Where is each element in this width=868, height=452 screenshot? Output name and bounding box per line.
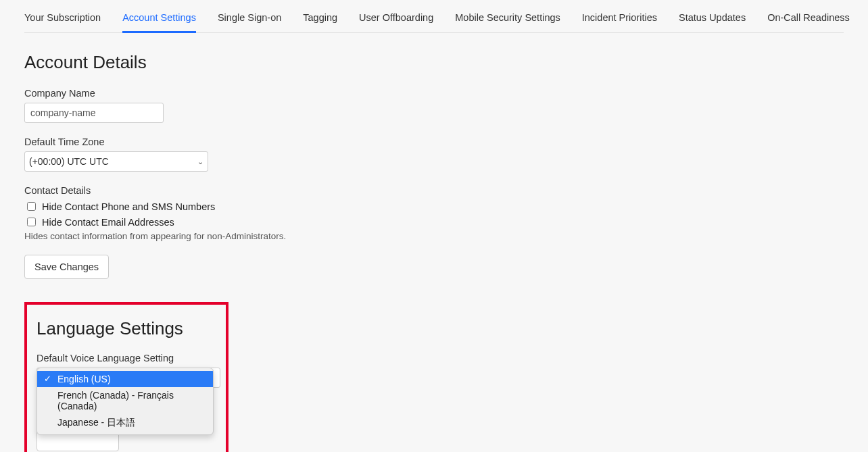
tab-status-updates[interactable]: Status Updates	[679, 7, 746, 32]
save-changes-button[interactable]: Save Changes	[24, 255, 109, 279]
company-name-label: Company Name	[24, 88, 844, 99]
tab-on-call-readiness[interactable]: On-Call Readiness	[767, 7, 850, 32]
save-row: Save Changes	[24, 255, 844, 279]
tab-tagging[interactable]: Tagging	[303, 7, 337, 32]
tab-account-settings[interactable]: Account Settings	[122, 7, 196, 33]
timezone-select[interactable]: (+00:00) UTC UTC ⌄	[24, 151, 208, 172]
timezone-label: Default Time Zone	[24, 136, 844, 147]
account-details-title: Account Details	[24, 52, 844, 73]
tab-user-offboarding[interactable]: User Offboarding	[359, 7, 433, 32]
contact-details-field: Contact Details Hide Contact Phone and S…	[24, 185, 844, 241]
chevron-down-icon: ⌄	[197, 157, 203, 166]
hide-phone-row: Hide Contact Phone and SMS Numbers	[24, 200, 844, 213]
language-option-2[interactable]: Japanese - 日本語	[37, 414, 213, 432]
language-settings-title: Language Settings	[37, 318, 216, 339]
tab-single-sign-on[interactable]: Single Sign-on	[218, 7, 281, 32]
language-settings-highlight: Language Settings Default Voice Language…	[24, 302, 228, 452]
timezone-field: Default Time Zone (+00:00) UTC UTC ⌄	[24, 136, 844, 172]
hide-phone-label: Hide Contact Phone and SMS Numbers	[42, 201, 215, 212]
tab-mobile-security-settings[interactable]: Mobile Security Settings	[455, 7, 560, 32]
hide-email-row: Hide Contact Email Addresses	[24, 216, 844, 228]
hide-phone-checkbox[interactable]	[27, 202, 36, 211]
page-container: Your SubscriptionAccount SettingsSingle …	[0, 0, 868, 452]
contact-help-text: Hides contact information from appearing…	[24, 231, 844, 241]
timezone-value: (+00:00) UTC UTC	[29, 156, 109, 167]
hide-email-label: Hide Contact Email Addresses	[42, 217, 174, 228]
language-option-0[interactable]: English (US)	[37, 371, 213, 387]
voice-language-dropdown: English (US)French (Canada) - Français (…	[37, 368, 214, 435]
contact-details-label: Contact Details	[24, 185, 844, 196]
language-option-1[interactable]: French (Canada) - Français (Canada)	[37, 387, 213, 414]
settings-tabs: Your SubscriptionAccount SettingsSingle …	[24, 0, 844, 33]
tab-incident-priorities[interactable]: Incident Priorities	[582, 7, 657, 32]
hide-email-checkbox[interactable]	[27, 218, 36, 226]
company-name-field: Company Name	[24, 88, 844, 123]
company-name-input[interactable]	[24, 103, 164, 123]
tab-your-subscription[interactable]: Your Subscription	[24, 7, 101, 32]
voice-language-select-wrap: English (US)French (Canada) - Français (…	[37, 368, 216, 388]
voice-language-label: Default Voice Language Setting	[37, 353, 216, 363]
